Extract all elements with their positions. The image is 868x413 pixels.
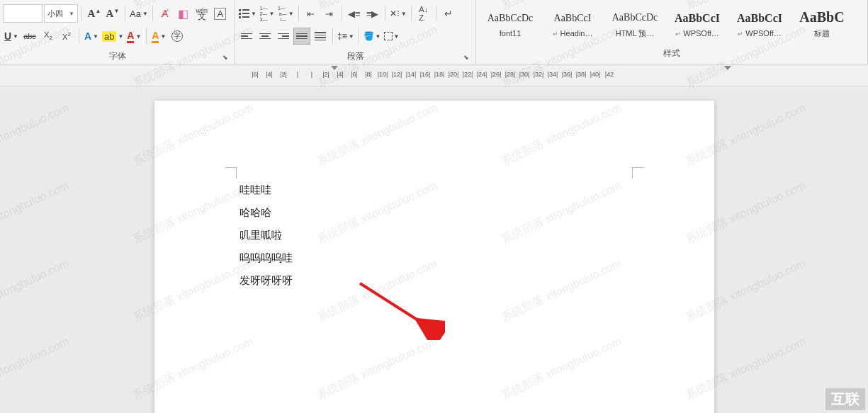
align-left-button[interactable] [238,28,255,45]
underline-button[interactable]: U▼ [3,28,20,45]
change-case-button[interactable]: Aa▼ [129,5,149,22]
margin-corner-tr [632,167,643,179]
separator [81,6,82,21]
multilevel-list-button[interactable]: 1— a— i— ▼ [277,5,295,22]
pilcrow-icon: ↵ [444,8,453,19]
numbering-icon: 1—2—3— [260,6,268,22]
strikethrough-button[interactable]: abc [21,28,38,45]
shading-button[interactable]: 🪣▼ [363,28,382,45]
font-dialog-launcher[interactable]: ⬊ [220,52,230,62]
ruler-tick: |6| [248,71,262,78]
char-border-button[interactable]: A [212,5,229,22]
numbering-button[interactable]: 1—2—3— ▼ [259,5,276,22]
style-item-wps1[interactable]: AaBbCcI↵ WPSOff… [666,4,728,43]
grow-font-button[interactable]: A▲ [86,5,103,22]
ruler-tick: |36| [560,71,574,78]
subscript-button[interactable]: X2 [40,28,57,45]
ruler-tick: |18| [432,71,446,78]
borders-button[interactable]: ▼ [383,28,400,45]
ruler-tick: |22| [461,71,475,78]
ruler-tick: |34| [546,71,560,78]
styles-group-label: 样式 [479,45,864,61]
font-name-input[interactable] [3,4,43,23]
style-item-html[interactable]: AaBbCcDcHTML 预… [604,4,666,43]
bullets-icon [239,9,249,18]
asian-layout-button[interactable]: ✕⁝▼ [389,5,407,22]
decrease-indent-button[interactable]: ⇤ [303,5,320,22]
ruler-tick: |24| [475,71,489,78]
style-item-heading[interactable]: AaBbCcI↵ Headin… [541,4,604,43]
font-color-button[interactable]: A▼ [125,28,142,45]
ruler-tick: |38| [574,71,588,78]
align-justify-button[interactable] [293,28,310,45]
paint-bucket-icon: 🪣 [363,31,374,41]
separator [342,6,342,21]
superscript-button[interactable]: X2 [58,28,75,45]
horizontal-ruler[interactable]: |6||4||2||||2||4||6||8||10||12||14||16||… [248,67,868,81]
paragraph-dialog-launcher[interactable]: ⬊ [461,52,471,62]
align-center-button[interactable] [257,28,274,45]
ruler-tick: |14| [404,71,418,78]
style-item-wps2[interactable]: AaBbCcI↵ WPSOff… [728,4,791,43]
separator [146,28,147,44]
ruler-tick: |2| [319,71,333,78]
ruler-tick: |32| [531,71,546,78]
doc-line[interactable]: 呜呜呜呜哇 [239,247,629,269]
style-item-title[interactable]: AaBbC标题 [791,4,853,43]
ruler-tick: |4| [333,71,347,78]
shrink-font-button[interactable]: A▼ [104,5,121,22]
separator [125,6,125,21]
font-group: 小四▼ A▲ A▼ Aa▼ A̸ ◧ wén文 A U▼ abc X2 X2 A… [0,0,235,64]
ruler-tick: | [305,71,319,78]
text-effects-button[interactable]: A▼ [83,28,100,45]
multilevel-icon: 1— a— i— [278,6,287,22]
doc-line[interactable]: 哇哇哇 [239,179,629,201]
increase-indent-button[interactable]: ⇥ [321,5,338,22]
right-indent-marker[interactable] [724,66,731,70]
highlight-button[interactable]: ab▼ [101,28,124,45]
indent-left-button[interactable]: ◀≡ [346,5,363,22]
bullets-button[interactable]: ▼ [238,5,257,22]
line-spacing-button[interactable]: ‡≡▼ [337,28,355,45]
eraser-button[interactable]: ◧ [175,5,192,22]
doc-line[interactable]: 叽里呱啦 [239,224,629,247]
document-body[interactable]: 哇哇哇哈哈哈叽里呱啦呜呜呜呜哇发呀呀呀呀 [239,179,629,292]
font-size-select[interactable]: 小四▼ [44,4,78,23]
indent-right-button[interactable]: ≡▶ [364,5,381,22]
clear-formatting-button[interactable]: A̸ [157,5,174,22]
ruler-tick: |10| [376,71,390,78]
align-center-icon [259,33,271,40]
page[interactable]: 哇哇哇哈哈哈叽里呱啦呜呜呜呜哇发呀呀呀呀 [154,101,714,413]
doc-line[interactable]: 发呀呀呀呀 [239,269,629,292]
align-right-button[interactable] [275,28,292,45]
separator [385,6,385,21]
enclose-chars-button[interactable]: 字 [169,28,186,45]
separator [79,28,79,44]
separator [411,6,412,21]
ruler-area: |6||4||2||||2||4||6||8||10||12||14||16||… [0,64,868,86]
align-distribute-button[interactable] [312,28,329,45]
char-shading-button[interactable]: A▼ [150,28,167,45]
style-item-font11[interactable]: AaBbCcDcfont11 [479,4,541,43]
doc-line[interactable]: 哈哈哈 [239,201,629,224]
sort-button[interactable]: A↓Z [415,5,432,22]
phonetic-guide-button[interactable]: wén文 [193,5,210,22]
ribbon: 小四▼ A▲ A▼ Aa▼ A̸ ◧ wén文 A U▼ abc X2 X2 A… [0,0,868,64]
separator [298,6,299,21]
separator [436,6,436,21]
ruler-tick: |8| [361,71,376,78]
align-distribute-icon [315,32,326,40]
show-marks-button[interactable]: ↵ [440,5,457,22]
styles-gallery[interactable]: AaBbCcDcfont11 AaBbCcI↵ Headin… AaBbCcDc… [479,2,864,45]
ruler-tick: |4| [262,71,276,78]
align-right-icon [278,33,289,40]
separator [359,28,359,44]
ruler-tick: |28| [503,71,517,78]
outdent-icon: ⇤ [307,9,315,19]
chevron-down-icon: ▼ [69,11,74,17]
indent-icon: ⇥ [325,9,333,19]
ruler-tick: |16| [418,71,432,78]
document-area: 哇哇哇哈哈哈叽里呱啦呜呜呜呜哇发呀呀呀呀 [0,86,868,413]
separator [332,28,333,44]
first-line-indent-marker[interactable] [331,66,338,70]
